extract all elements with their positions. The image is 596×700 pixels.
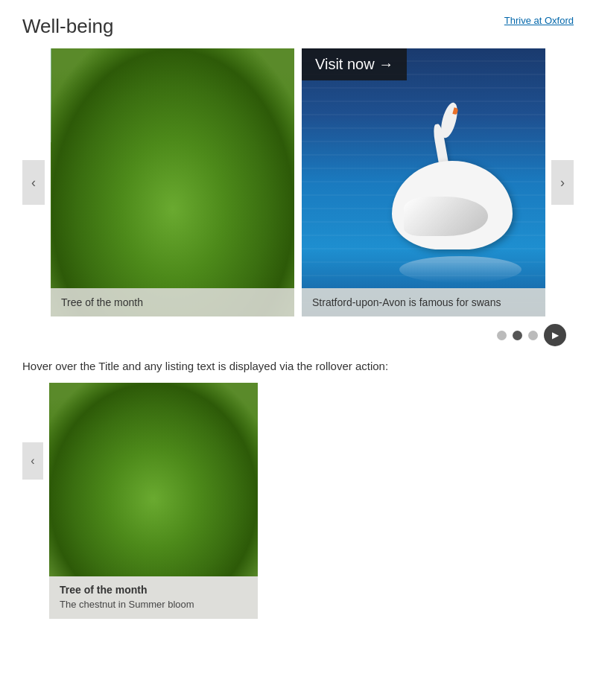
slide-image-tree	[51, 48, 294, 316]
swan-wing	[404, 197, 488, 236]
indicator-dot-2[interactable]	[513, 331, 522, 340]
carousel-wrapper: ‹ Tree of the month	[22, 48, 574, 316]
single-card-wrapper: ‹ Tree of the month The chestnut in Summ…	[22, 383, 574, 619]
slide-caption-tree: Tree of the month	[51, 288, 294, 316]
slide-caption-text-tree: Tree of the month	[61, 296, 143, 308]
swan-body-group	[392, 102, 526, 249]
slide-caption-text-swan: Stratford-upon-Avon is famous for swans	[312, 296, 501, 308]
indicator-dot-3[interactable]	[528, 331, 538, 340]
carousel-play-button[interactable]: ▶	[544, 324, 566, 346]
single-card-canopy	[49, 383, 258, 576]
hover-instruction: Hover over the Title and any listing tex…	[22, 360, 574, 372]
thrive-link[interactable]: Thrive at Oxford	[504, 15, 574, 26]
slide-image-swan: Visit now →	[302, 48, 545, 316]
carousel-slide-tree: Tree of the month	[51, 48, 294, 316]
single-card-caption: Tree of the month The chestnut in Summer…	[49, 576, 258, 619]
swan-beak	[452, 107, 458, 115]
indicator-dot-1[interactable]	[497, 331, 507, 340]
carousel-slide-swan: Visit now → Stratford-upon-Avon is famou…	[302, 48, 545, 316]
carousel-prev-button[interactable]: ‹	[22, 160, 45, 205]
visit-now-overlay[interactable]: Visit now →	[302, 48, 407, 80]
single-card-subtitle: The chestnut in Summer bloom	[60, 599, 247, 610]
single-card-prev-button[interactable]: ‹	[22, 442, 43, 480]
swan-body-main	[392, 161, 513, 249]
single-card: Tree of the month The chestnut in Summer…	[49, 383, 258, 619]
swan-background	[302, 48, 545, 316]
tree-background	[51, 48, 294, 316]
carousel-next-button[interactable]: ›	[551, 160, 574, 205]
visit-now-text: Visit now →	[315, 56, 393, 72]
page-title: Well-being	[22, 15, 113, 38]
swan-reflection	[399, 256, 522, 283]
single-card-image	[49, 383, 258, 576]
tree-canopy	[51, 48, 294, 316]
page-header: Well-being Thrive at Oxford	[22, 15, 574, 38]
single-card-title: Tree of the month	[60, 584, 247, 596]
single-card-tree-image	[49, 383, 258, 576]
carousel-indicators: ▶	[22, 324, 574, 346]
slide-caption-swan: Stratford-upon-Avon is famous for swans	[302, 288, 545, 316]
carousel-slides: Tree of the month	[51, 48, 545, 316]
swan-head	[438, 101, 460, 139]
